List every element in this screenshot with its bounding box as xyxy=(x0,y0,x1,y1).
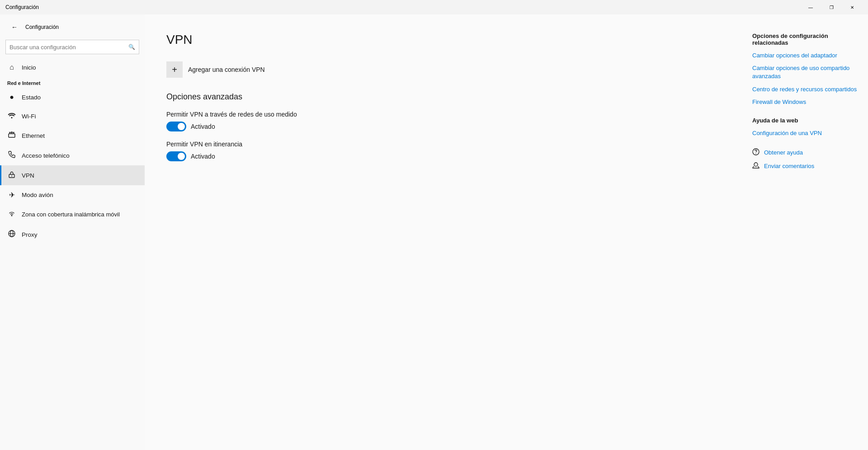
titlebar: Configuración — ❐ ✕ xyxy=(0,0,868,14)
sidebar-item-avion[interactable]: ✈ Modo avión xyxy=(0,185,145,205)
sidebar-item-label-avion: Modo avión xyxy=(22,192,53,198)
sidebar-section-title: Red e Internet xyxy=(0,77,145,88)
page-title: VPN xyxy=(166,33,720,47)
hotspot-icon xyxy=(7,210,16,219)
vpn-icon xyxy=(7,171,16,180)
right-panel: Opciones de configuración relacionadas C… xyxy=(741,14,868,450)
airplane-icon: ✈ xyxy=(7,191,16,199)
sidebar-item-label-proxy: Proxy xyxy=(22,231,38,238)
sidebar-top: ← Configuración xyxy=(0,14,145,40)
titlebar-controls: — ❐ ✕ xyxy=(800,0,863,14)
estado-icon: ● xyxy=(7,93,16,101)
sidebar-item-label-acceso: Acceso telefónico xyxy=(22,152,70,159)
svg-point-8 xyxy=(11,215,13,216)
toggle-2[interactable] xyxy=(166,151,186,161)
link-help[interactable]: Obtener ayuda xyxy=(764,149,803,157)
toggle-container-1: Activado xyxy=(166,122,720,131)
link-sharing[interactable]: Cambiar opciones de uso compartido avanz… xyxy=(752,64,857,80)
search-input[interactable] xyxy=(9,44,126,51)
main-panel: VPN + Agregar una conexión VPN Opciones … xyxy=(145,14,741,450)
sidebar-item-ethernet[interactable]: Ethernet xyxy=(0,126,145,145)
sidebar-item-estado[interactable]: ● Estado xyxy=(0,88,145,107)
sidebar-item-wifi[interactable]: Wi-Fi xyxy=(0,107,145,126)
minimize-button[interactable]: — xyxy=(800,0,821,14)
proxy-icon xyxy=(7,230,16,239)
help-icon xyxy=(752,148,760,157)
close-button[interactable]: ✕ xyxy=(842,0,863,14)
advanced-heading: Opciones avanzadas xyxy=(166,92,720,102)
add-vpn-button[interactable]: + Agregar una conexión VPN xyxy=(166,60,720,80)
svg-point-7 xyxy=(11,176,12,177)
svg-rect-0 xyxy=(9,134,15,137)
toggle-row-1: Permitir VPN a través de redes de uso me… xyxy=(166,111,720,131)
toggle-label-2: Permitir VPN en itinerancia xyxy=(166,141,720,148)
svg-point-14 xyxy=(754,163,758,166)
plus-icon: + xyxy=(166,61,183,78)
link-firewall[interactable]: Firewall de Windows xyxy=(752,98,857,106)
toggle-row-2: Permitir VPN en itinerancia Activado xyxy=(166,141,720,161)
phone-icon xyxy=(7,151,16,160)
link-vpn-config[interactable]: Configuración de una VPN xyxy=(752,129,857,137)
add-vpn-label: Agregar una conexión VPN xyxy=(188,66,265,73)
app-body: ← Configuración 🔍 ⌂ Inicio Red e Interne… xyxy=(0,14,868,450)
toggle-status-2: Activado xyxy=(191,153,215,160)
sidebar-item-label-vpn: VPN xyxy=(22,172,34,179)
search-box[interactable]: 🔍 xyxy=(5,40,139,54)
toggle-track-2 xyxy=(166,151,186,161)
sidebar-item-label-inicio: Inicio xyxy=(22,64,36,71)
sidebar-item-inicio[interactable]: ⌂ Inicio xyxy=(0,58,145,77)
toggle-status-1: Activado xyxy=(191,123,215,130)
web-help-title: Ayuda de la web xyxy=(752,117,857,124)
ethernet-icon xyxy=(7,131,16,140)
toggle-thumb-2 xyxy=(178,153,185,160)
toggle-track-1 xyxy=(166,122,186,131)
titlebar-left: Configuración xyxy=(5,4,39,10)
home-icon: ⌂ xyxy=(7,63,16,71)
related-settings-title: Opciones de configuración relacionadas xyxy=(752,33,857,46)
sidebar-item-label-wifi: Wi-Fi xyxy=(22,113,36,120)
toggle-container-2: Activado xyxy=(166,151,720,161)
toggle-label-1: Permitir VPN a través de redes de uso me… xyxy=(166,111,720,118)
sidebar-item-label-ethernet: Ethernet xyxy=(22,132,45,139)
sidebar-item-acceso[interactable]: Acceso telefónico xyxy=(0,145,145,165)
feedback-icon xyxy=(752,162,760,171)
sidebar-item-proxy[interactable]: Proxy xyxy=(0,225,145,244)
search-icon: 🔍 xyxy=(128,44,135,50)
feedback-row: Enviar comentarios xyxy=(752,162,857,171)
svg-point-13 xyxy=(755,153,756,154)
sidebar-item-zona[interactable]: Zona con cobertura inalámbrica móvil xyxy=(0,205,145,225)
toggle-1[interactable] xyxy=(166,122,186,131)
sidebar-item-vpn[interactable]: VPN xyxy=(0,165,145,185)
sidebar-item-label-zona: Zona con cobertura inalámbrica móvil xyxy=(22,211,120,219)
maximize-button[interactable]: ❐ xyxy=(821,0,842,14)
wifi-icon xyxy=(7,112,16,120)
help-row: Obtener ayuda xyxy=(752,148,857,157)
back-button[interactable]: ← xyxy=(7,20,22,34)
link-adapter[interactable]: Cambiar opciones del adaptador xyxy=(752,52,857,60)
sidebar-item-label-estado: Estado xyxy=(22,94,41,101)
toggle-thumb-1 xyxy=(178,123,185,130)
link-feedback[interactable]: Enviar comentarios xyxy=(764,162,814,170)
sidebar: ← Configuración 🔍 ⌂ Inicio Red e Interne… xyxy=(0,14,145,450)
sidebar-app-title: Configuración xyxy=(25,24,59,30)
link-network-center[interactable]: Centro de redes y recursos compartidos xyxy=(752,85,857,94)
titlebar-title: Configuración xyxy=(5,4,39,10)
